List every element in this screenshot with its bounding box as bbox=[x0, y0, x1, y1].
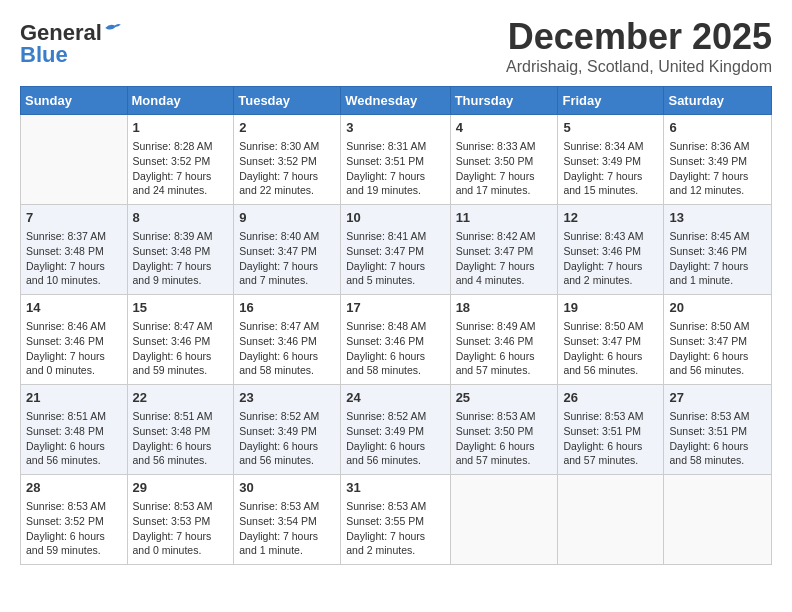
cell-line: Sunset: 3:50 PM bbox=[456, 155, 534, 167]
calendar-cell-day-9: 9Sunrise: 8:40 AMSunset: 3:47 PMDaylight… bbox=[234, 205, 341, 295]
cell-line: and 58 minutes. bbox=[239, 364, 314, 376]
cell-line: and 58 minutes. bbox=[346, 364, 421, 376]
cell-content: Sunrise: 8:41 AMSunset: 3:47 PMDaylight:… bbox=[346, 229, 444, 288]
calendar-cell-day-18: 18Sunrise: 8:49 AMSunset: 3:46 PMDayligh… bbox=[450, 295, 558, 385]
cell-line: Daylight: 6 hours bbox=[669, 440, 748, 452]
cell-line: Sunset: 3:47 PM bbox=[346, 245, 424, 257]
cell-line: Sunrise: 8:47 AM bbox=[239, 320, 319, 332]
cell-content: Sunrise: 8:36 AMSunset: 3:49 PMDaylight:… bbox=[669, 139, 766, 198]
cell-line: Sunrise: 8:49 AM bbox=[456, 320, 536, 332]
cell-line: Daylight: 6 hours bbox=[456, 440, 535, 452]
day-number: 23 bbox=[239, 389, 335, 407]
cell-line: and 56 minutes. bbox=[239, 454, 314, 466]
calendar-cell-day-24: 24Sunrise: 8:52 AMSunset: 3:49 PMDayligh… bbox=[341, 385, 450, 475]
cell-line: and 17 minutes. bbox=[456, 184, 531, 196]
cell-content: Sunrise: 8:50 AMSunset: 3:47 PMDaylight:… bbox=[669, 319, 766, 378]
cell-line: Sunrise: 8:53 AM bbox=[239, 500, 319, 512]
header-thursday: Thursday bbox=[450, 87, 558, 115]
day-number: 30 bbox=[239, 479, 335, 497]
cell-content: Sunrise: 8:33 AMSunset: 3:50 PMDaylight:… bbox=[456, 139, 553, 198]
cell-line: and 15 minutes. bbox=[563, 184, 638, 196]
cell-line: and 4 minutes. bbox=[456, 274, 525, 286]
calendar-cell-day-26: 26Sunrise: 8:53 AMSunset: 3:51 PMDayligh… bbox=[558, 385, 664, 475]
calendar-cell-day-6: 6Sunrise: 8:36 AMSunset: 3:49 PMDaylight… bbox=[664, 115, 772, 205]
cell-line: Daylight: 7 hours bbox=[563, 260, 642, 272]
logo-blue: Blue bbox=[20, 42, 68, 68]
cell-line: Sunrise: 8:50 AM bbox=[563, 320, 643, 332]
cell-line: Daylight: 6 hours bbox=[239, 440, 318, 452]
cell-content: Sunrise: 8:53 AMSunset: 3:51 PMDaylight:… bbox=[563, 409, 658, 468]
cell-line: and 56 minutes. bbox=[563, 364, 638, 376]
cell-line: and 1 minute. bbox=[239, 544, 303, 556]
calendar-cell-empty bbox=[450, 475, 558, 565]
cell-content: Sunrise: 8:53 AMSunset: 3:55 PMDaylight:… bbox=[346, 499, 444, 558]
cell-content: Sunrise: 8:50 AMSunset: 3:47 PMDaylight:… bbox=[563, 319, 658, 378]
cell-line: Sunrise: 8:50 AM bbox=[669, 320, 749, 332]
cell-content: Sunrise: 8:39 AMSunset: 3:48 PMDaylight:… bbox=[133, 229, 229, 288]
day-number: 1 bbox=[133, 119, 229, 137]
calendar-cell-day-10: 10Sunrise: 8:41 AMSunset: 3:47 PMDayligh… bbox=[341, 205, 450, 295]
cell-line: Sunrise: 8:53 AM bbox=[26, 500, 106, 512]
cell-line: Sunset: 3:54 PM bbox=[239, 515, 317, 527]
cell-line: Daylight: 7 hours bbox=[133, 260, 212, 272]
calendar-cell-day-14: 14Sunrise: 8:46 AMSunset: 3:46 PMDayligh… bbox=[21, 295, 128, 385]
calendar-cell-day-7: 7Sunrise: 8:37 AMSunset: 3:48 PMDaylight… bbox=[21, 205, 128, 295]
day-number: 7 bbox=[26, 209, 122, 227]
cell-content: Sunrise: 8:31 AMSunset: 3:51 PMDaylight:… bbox=[346, 139, 444, 198]
cell-line: Sunrise: 8:51 AM bbox=[26, 410, 106, 422]
header-monday: Monday bbox=[127, 87, 234, 115]
day-number: 31 bbox=[346, 479, 444, 497]
cell-line: Sunset: 3:50 PM bbox=[456, 425, 534, 437]
cell-line: Sunrise: 8:28 AM bbox=[133, 140, 213, 152]
cell-line: and 57 minutes. bbox=[456, 454, 531, 466]
cell-line: Daylight: 7 hours bbox=[456, 260, 535, 272]
cell-line: Sunrise: 8:53 AM bbox=[346, 500, 426, 512]
month-title: December 2025 bbox=[506, 16, 772, 58]
cell-content: Sunrise: 8:48 AMSunset: 3:46 PMDaylight:… bbox=[346, 319, 444, 378]
cell-line: Sunrise: 8:37 AM bbox=[26, 230, 106, 242]
cell-line: Daylight: 6 hours bbox=[669, 350, 748, 362]
cell-line: Daylight: 7 hours bbox=[26, 350, 105, 362]
calendar-week-row: 7Sunrise: 8:37 AMSunset: 3:48 PMDaylight… bbox=[21, 205, 772, 295]
cell-line: Daylight: 6 hours bbox=[346, 350, 425, 362]
cell-line: Daylight: 7 hours bbox=[133, 170, 212, 182]
calendar-cell-day-13: 13Sunrise: 8:45 AMSunset: 3:46 PMDayligh… bbox=[664, 205, 772, 295]
day-number: 4 bbox=[456, 119, 553, 137]
cell-line: Daylight: 7 hours bbox=[346, 170, 425, 182]
cell-line: and 56 minutes. bbox=[26, 454, 101, 466]
header-sunday: Sunday bbox=[21, 87, 128, 115]
cell-line: and 59 minutes. bbox=[26, 544, 101, 556]
cell-line: Sunset: 3:55 PM bbox=[346, 515, 424, 527]
cell-line: Sunset: 3:49 PM bbox=[346, 425, 424, 437]
cell-line: Sunset: 3:52 PM bbox=[239, 155, 317, 167]
cell-content: Sunrise: 8:53 AMSunset: 3:53 PMDaylight:… bbox=[133, 499, 229, 558]
day-number: 26 bbox=[563, 389, 658, 407]
cell-line: Sunrise: 8:53 AM bbox=[133, 500, 213, 512]
cell-line: and 5 minutes. bbox=[346, 274, 415, 286]
cell-line: Daylight: 7 hours bbox=[239, 260, 318, 272]
cell-line: Sunrise: 8:34 AM bbox=[563, 140, 643, 152]
calendar-cell-day-3: 3Sunrise: 8:31 AMSunset: 3:51 PMDaylight… bbox=[341, 115, 450, 205]
cell-line: and 2 minutes. bbox=[563, 274, 632, 286]
calendar-header-row: SundayMondayTuesdayWednesdayThursdayFrid… bbox=[21, 87, 772, 115]
calendar-cell-day-30: 30Sunrise: 8:53 AMSunset: 3:54 PMDayligh… bbox=[234, 475, 341, 565]
cell-line: Daylight: 7 hours bbox=[669, 260, 748, 272]
cell-line: Sunset: 3:49 PM bbox=[239, 425, 317, 437]
cell-line: Sunset: 3:46 PM bbox=[456, 335, 534, 347]
cell-line: and 58 minutes. bbox=[669, 454, 744, 466]
cell-line: Sunset: 3:48 PM bbox=[26, 245, 104, 257]
calendar-cell-day-4: 4Sunrise: 8:33 AMSunset: 3:50 PMDaylight… bbox=[450, 115, 558, 205]
cell-content: Sunrise: 8:42 AMSunset: 3:47 PMDaylight:… bbox=[456, 229, 553, 288]
cell-line: and 2 minutes. bbox=[346, 544, 415, 556]
cell-content: Sunrise: 8:30 AMSunset: 3:52 PMDaylight:… bbox=[239, 139, 335, 198]
cell-line: Sunset: 3:47 PM bbox=[456, 245, 534, 257]
cell-line: Daylight: 7 hours bbox=[346, 260, 425, 272]
header-tuesday: Tuesday bbox=[234, 87, 341, 115]
cell-line: Daylight: 6 hours bbox=[26, 440, 105, 452]
cell-line: Sunrise: 8:36 AM bbox=[669, 140, 749, 152]
cell-line: Sunrise: 8:48 AM bbox=[346, 320, 426, 332]
cell-line: Sunset: 3:49 PM bbox=[563, 155, 641, 167]
cell-line: Sunrise: 8:51 AM bbox=[133, 410, 213, 422]
cell-line: Sunrise: 8:53 AM bbox=[669, 410, 749, 422]
calendar-cell-empty bbox=[558, 475, 664, 565]
